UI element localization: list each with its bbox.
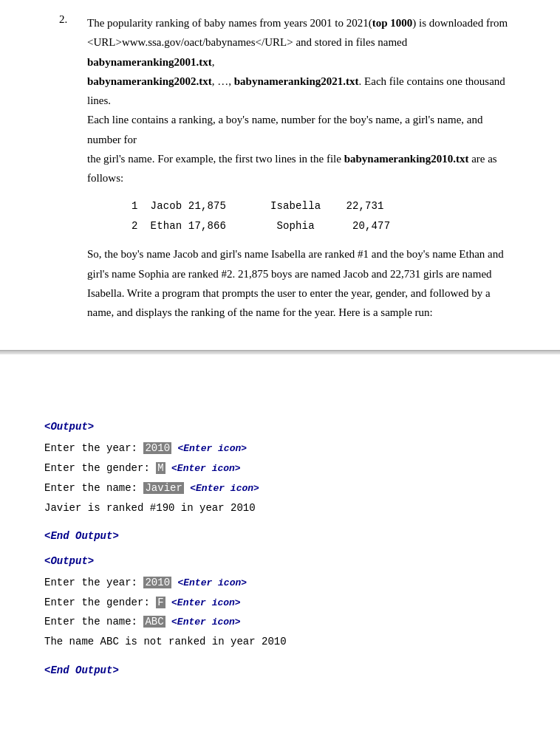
file4: babynameranking2010.txt [344, 153, 469, 165]
desc-text-6-part3: the girl's name. For example, the first … [87, 153, 344, 165]
output1-line3-enter: <Enter icon> [190, 483, 259, 494]
output1-line1-prefix: Enter the year: [44, 442, 143, 454]
desc-text-3: and stored in files named [293, 36, 408, 48]
output2-line1: Enter the year: 2010 <Enter icon> [44, 573, 516, 593]
url-text: <URL>www.ssa.gov/oact/babynames</URL> [87, 36, 293, 48]
problem-item: 2. The popularity ranking of baby names … [59, 13, 516, 322]
desc-text-2: ) is downloaded from [412, 17, 508, 29]
gap [0, 354, 560, 399]
output2-line1-enter: <Enter icon> [177, 577, 247, 588]
output1-line3: Enter the name: Javier <Enter icon> [44, 478, 516, 498]
output2-result: The name ABC is not ranked in year 2010 [44, 632, 516, 652]
output2-line3-value: ABC [143, 616, 165, 628]
output2-line1-value: 2010 [143, 577, 171, 588]
output1-line2-enter: <Enter icon> [171, 463, 241, 474]
output1-line2-value: M [156, 462, 165, 474]
desc-text-5: , …, [212, 75, 234, 87]
output1-line3-prefix: Enter the name: [44, 482, 143, 494]
bold-top1000: top 1000 [372, 17, 413, 29]
output-block-2: <Output> Enter the year: 2010 <Enter ico… [44, 555, 516, 676]
output2-line3-prefix: Enter the name: [44, 616, 143, 628]
code-block: 1 Jacob 21,875 Isabella 22,731 2 Ethan 1… [87, 196, 516, 236]
output-close-tag-2: <End Output> [44, 664, 516, 676]
output1-line2-prefix: Enter the gender: [44, 462, 156, 474]
description-para-1: The popularity ranking of baby names fro… [87, 13, 516, 188]
output1-line3-value: Javier [143, 482, 183, 494]
output2-line2-enter: <Enter icon> [171, 597, 241, 608]
output2-line2-value: F [156, 597, 165, 608]
output2-line1-prefix: Enter the year: [44, 577, 143, 588]
code-line-1: 1 Jacob 21,875 Isabella 22,731 [132, 196, 516, 216]
file3: babynameranking2021.txt [234, 75, 359, 87]
output-open-tag-2: <Output> [44, 555, 516, 567]
output2-line3: Enter the name: ABC <Enter icon> [44, 612, 516, 632]
output1-line2: Enter the gender: M <Enter icon> [44, 458, 516, 478]
output-close-tag-1: <End Output> [44, 530, 516, 542]
item-content: The popularity ranking of baby names fro… [87, 13, 516, 322]
desc-text-6-part2: Each line contains a ranking, a boy's na… [87, 114, 482, 145]
code-line-2: 2 Ethan 17,866 Sophia 20,477 [132, 216, 516, 236]
output1-line1-value: 2010 [143, 442, 171, 454]
output-block-1: <Output> Enter the year: 2010 <Enter ico… [44, 421, 516, 542]
output2-line3-enter: <Enter icon> [171, 616, 241, 628]
output2-line2-prefix: Enter the gender: [44, 597, 156, 608]
desc-text-4: , [212, 56, 215, 68]
output-section: <Output> Enter the year: 2010 <Enter ico… [0, 399, 560, 711]
file1: babynameranking2001.txt [87, 56, 212, 68]
desc-text-1: The popularity ranking of baby names fro… [87, 17, 372, 29]
output1-result: Javier is ranked #190 in year 2010 [44, 498, 516, 518]
item-number: 2. [59, 13, 80, 322]
problem-section: 2. The popularity ranking of baby names … [0, 0, 560, 335]
output1-line1-enter: <Enter icon> [177, 443, 247, 454]
description-para-2: So, the boy's name Jacob and girl's name… [87, 244, 516, 322]
output1-line1: Enter the year: 2010 <Enter icon> [44, 439, 516, 458]
output-open-tag-1: <Output> [44, 421, 516, 433]
file2: babynameranking2002.txt [87, 75, 212, 87]
output2-line2: Enter the gender: F <Enter icon> [44, 593, 516, 613]
